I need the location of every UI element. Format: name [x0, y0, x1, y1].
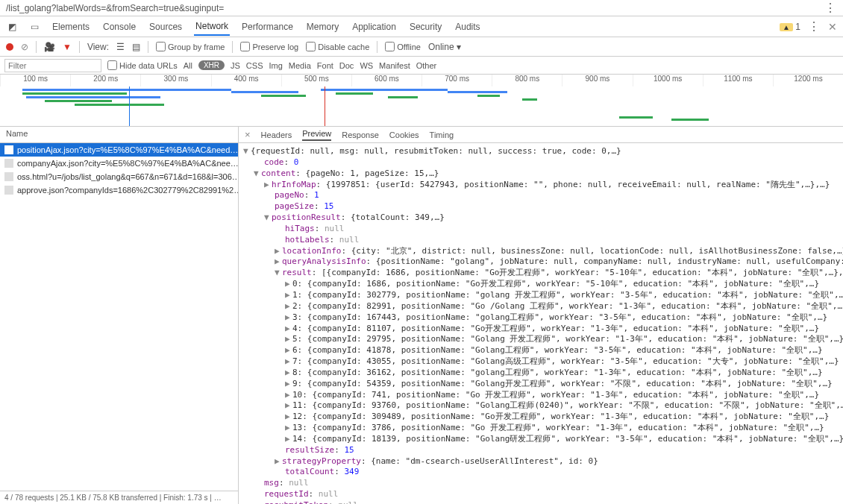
result-row[interactable]: ▶13: {companyId: 3786, positionName: "Go… [243, 423, 839, 434]
filter-img[interactable]: Img [269, 61, 282, 70]
tab-elements[interactable]: Elements [51, 19, 91, 35]
request-name: approve.json?companyIds=1686%2C302779%2C… [17, 186, 238, 195]
tab-console[interactable]: Console [101, 19, 137, 35]
timeline-tick: 1200 ms [773, 75, 843, 86]
filter-media[interactable]: Media [289, 61, 311, 70]
tab-performance[interactable]: Performance [240, 19, 295, 35]
disable-cache-checkbox[interactable]: Disable cache [306, 42, 369, 51]
warning-badge[interactable]: ▲ 1 [780, 22, 800, 32]
timeline-tick: 1000 ms [633, 75, 703, 86]
filter-icon[interactable]: ▼ [63, 42, 72, 52]
devtools-tabs: ◩ ▭ Elements Console Sources Network Per… [0, 16, 843, 37]
view-list-icon[interactable]: ☰ [116, 42, 125, 52]
result-row[interactable]: ▶7: {companyId: 43055, positionName: "Go… [243, 356, 839, 368]
timeline-tick: 900 ms [562, 75, 632, 86]
result-row[interactable]: ▶8: {companyId: 36162, positionName: "go… [243, 368, 839, 379]
request-list-header[interactable]: Name [0, 127, 238, 143]
network-timeline[interactable]: 100 ms200 ms300 ms400 ms500 ms600 ms700 … [0, 75, 843, 127]
filter-js[interactable]: JS [231, 61, 240, 70]
request-item[interactable]: oss.html?u=/jobs/list_golang&q=667&n=671… [0, 170, 238, 183]
detail-tab-timing[interactable]: Timing [430, 130, 454, 139]
camera-icon[interactable]: 🎥 [44, 42, 55, 52]
clear-icon[interactable]: ⊘ [21, 42, 28, 52]
timeline-tick: 1100 ms [703, 75, 773, 86]
result-row[interactable]: ▶6: {companyId: 41878, positionName: "Go… [243, 345, 839, 356]
timeline-tick: 800 ms [492, 75, 562, 86]
request-list-pane: Name positionAjax.json?city=%E5%8C%97%E4… [0, 127, 239, 504]
hide-data-urls-checkbox[interactable]: Hide data URLs [107, 60, 178, 70]
offline-checkbox[interactable]: Offline [385, 42, 421, 51]
timeline-tick: 500 ms [281, 75, 351, 86]
tab-audits[interactable]: Audits [454, 19, 481, 35]
status-bar: 4 / 78 requests | 25.1 KB / 75.8 KB tran… [0, 491, 238, 504]
view-grid-icon[interactable]: ▤ [132, 42, 140, 52]
result-row[interactable]: ▶10: {companyId: 741, positionName: "Go … [243, 390, 839, 401]
result-row[interactable]: ▶3: {companyId: 167443, positionName: "g… [243, 312, 839, 324]
filter-bar: Hide data URLs All XHR JS CSS Img Media … [0, 57, 843, 75]
result-row[interactable]: ▶4: {companyId: 81107, positionName: "Go… [243, 324, 839, 335]
timeline-tick: 100 ms [0, 75, 70, 86]
file-icon [4, 172, 13, 181]
tab-memory[interactable]: Memory [305, 19, 340, 35]
json-preview[interactable]: ▼{requestId: null, msg: null, resubmitTo… [239, 143, 843, 504]
kebab-icon[interactable]: ⋮ [824, 1, 837, 15]
filter-doc[interactable]: Doc [339, 61, 354, 70]
group-by-frame-checkbox[interactable]: Group by frame [156, 42, 225, 51]
detail-tab-headers[interactable]: Headers [261, 130, 292, 139]
timeline-tick: 400 ms [211, 75, 281, 86]
timeline-tick: 200 ms [70, 75, 140, 86]
filter-other[interactable]: Other [416, 61, 437, 70]
filter-font[interactable]: Font [317, 61, 333, 70]
filter-ws[interactable]: WS [360, 61, 373, 70]
timeline-tick: 700 ms [422, 75, 492, 86]
result-row[interactable]: ▶9: {companyId: 54359, positionName: "Go… [243, 379, 839, 390]
filter-xhr[interactable]: XHR [198, 60, 225, 70]
preserve-log-checkbox[interactable]: Preserve log [240, 42, 298, 51]
filter-input[interactable] [4, 59, 101, 72]
result-row[interactable]: ▶2: {companyId: 82991, positionName: "Go… [243, 301, 839, 312]
url-bar[interactable]: /list_golang?labelWords=&fromSearch=true… [0, 0, 843, 16]
detail-tab-preview[interactable]: Preview [302, 129, 331, 141]
more-icon[interactable]: ⋮ [808, 19, 821, 34]
request-item[interactable]: approve.json?companyIds=1686%2C302779%2C… [0, 183, 238, 197]
timeline-tick: 300 ms [140, 75, 210, 86]
close-icon[interactable]: × [245, 129, 251, 140]
tab-network[interactable]: Network [194, 18, 230, 36]
request-name: oss.html?u=/jobs/list_golang&q=667&n=671… [17, 172, 238, 181]
result-row[interactable]: ▶14: {companyId: 18139, positionName: "G… [243, 434, 839, 445]
tab-security[interactable]: Security [408, 19, 443, 35]
file-icon [4, 145, 13, 154]
device-icon[interactable]: ▭ [28, 21, 40, 33]
request-item[interactable]: positionAjax.json?city=%E5%8C%97%E4%BA%A… [0, 143, 238, 157]
file-icon [4, 186, 13, 195]
close-icon[interactable]: ✕ [828, 21, 837, 33]
request-name: companyAjax.json?city=%E5%8C%97%E4%BA%AC… [17, 159, 238, 168]
inspect-icon[interactable]: ◩ [6, 21, 18, 33]
result-row[interactable]: ▶11: {companyId: 93760, positionName: "G… [243, 400, 839, 412]
filter-css[interactable]: CSS [246, 61, 263, 70]
result-row[interactable]: ▶5: {companyId: 29795, positionName: "Go… [243, 334, 839, 345]
network-toolbar: ⊘ 🎥 ▼ View: ☰ ▤ Group by frame Preserve … [0, 37, 843, 57]
timeline-tick: 600 ms [351, 75, 422, 86]
view-label: View: [87, 42, 109, 52]
request-name: positionAjax.json?city=%E5%8C%97%E4%BA%A… [17, 145, 238, 154]
result-row[interactable]: ▶0: {companyId: 1686, positionName: "Go开… [243, 279, 839, 290]
throttle-select[interactable]: Online ▾ [428, 42, 461, 52]
tab-application[interactable]: Application [351, 19, 398, 35]
url-text: /list_golang?labelWords=&fromSearch=true… [6, 3, 224, 13]
detail-tab-cookies[interactable]: Cookies [389, 130, 419, 139]
result-row[interactable]: ▶12: {companyId: 309489, positionName: "… [243, 412, 839, 423]
file-icon [4, 159, 13, 168]
record-icon[interactable] [6, 43, 13, 51]
result-row[interactable]: ▶1: {companyId: 302779, positionName: "g… [243, 290, 839, 301]
detail-pane: × Headers Preview Response Cookies Timin… [239, 127, 843, 504]
filter-manifest[interactable]: Manifest [379, 61, 410, 70]
filter-all[interactable]: All [184, 61, 192, 70]
tab-sources[interactable]: Sources [148, 19, 184, 35]
detail-tab-response[interactable]: Response [342, 130, 379, 139]
request-item[interactable]: companyAjax.json?city=%E5%8C%97%E4%BA%AC… [0, 157, 238, 170]
